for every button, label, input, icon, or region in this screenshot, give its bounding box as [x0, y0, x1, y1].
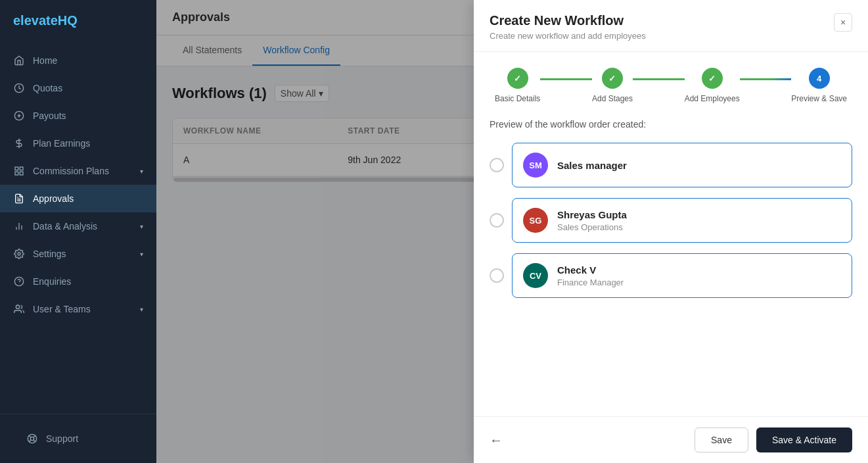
- avatar-0: SM: [523, 153, 548, 178]
- svg-rect-8: [15, 172, 18, 175]
- settings-icon: [13, 248, 25, 260]
- step-label-add-stages: Add Stages: [592, 94, 633, 103]
- sidebar-item-label: Settings: [33, 249, 66, 259]
- modal-title: Create New Workflow: [490, 13, 646, 28]
- step-label-preview-save: Preview & Save: [791, 94, 847, 103]
- workflow-radio-1[interactable]: [490, 213, 504, 228]
- user-teams-icon: [13, 303, 25, 315]
- svg-point-14: [18, 253, 20, 255]
- create-workflow-modal: Create New Workflow Create new workflow …: [474, 0, 868, 463]
- sidebar-item-plan-earnings[interactable]: Plan Earnings: [0, 130, 156, 157]
- commission-plans-icon: [13, 165, 25, 177]
- svg-line-21: [34, 440, 35, 442]
- step-line-2: [633, 78, 685, 80]
- back-button[interactable]: ←: [490, 433, 503, 448]
- chevron-down-icon: ▾: [140, 168, 143, 175]
- sidebar-item-label: Quotas: [33, 83, 62, 93]
- modal-footer: ← Save Save & Activate: [474, 416, 868, 463]
- step-label-basic-details: Basic Details: [495, 94, 540, 103]
- enquiries-icon: [13, 276, 25, 287]
- svg-line-22: [34, 435, 35, 437]
- svg-point-19: [30, 437, 34, 440]
- workflow-card-name-1: Shreyas Gupta: [557, 209, 627, 220]
- sidebar-item-enquiries[interactable]: Enquiries: [0, 268, 156, 295]
- chevron-down-icon: ▾: [140, 223, 143, 230]
- logo-text: elevateHQ: [13, 13, 78, 28]
- close-button[interactable]: ×: [834, 13, 852, 32]
- sidebar-item-label: Home: [33, 55, 57, 66]
- sidebar-nav: Home Quotas Payouts Plan Earnings Commis: [0, 41, 156, 414]
- workflow-card-1: SG Shreyas Gupta Sales Operations: [512, 198, 852, 243]
- sidebar-item-label: Commission Plans: [33, 166, 109, 176]
- sidebar-item-user-teams[interactable]: User & Teams ▾: [0, 295, 156, 323]
- workflow-item-1: SG Shreyas Gupta Sales Operations: [490, 198, 852, 243]
- workflow-card-0: SM Sales manager: [512, 143, 852, 187]
- support-icon: [26, 433, 38, 445]
- svg-line-20: [29, 435, 31, 437]
- sidebar-item-settings[interactable]: Settings ▾: [0, 240, 156, 268]
- sidebar-item-label: Enquiries: [33, 276, 71, 287]
- workflow-item-2: CV Check V Finance Manager: [490, 253, 852, 298]
- workflow-radio-0[interactable]: [490, 158, 504, 172]
- step-circle-add-employees: [702, 68, 723, 89]
- step-circle-preview-save: 4: [809, 68, 830, 89]
- quotas-icon: [13, 82, 25, 94]
- svg-rect-6: [20, 167, 23, 170]
- sidebar-item-label: Data & Analysis: [33, 221, 97, 232]
- workflow-card-role-1: Sales Operations: [557, 222, 627, 232]
- sidebar-item-label: Plan Earnings: [33, 138, 90, 149]
- step-circle-basic-details: [507, 68, 528, 89]
- sidebar-item-support[interactable]: Support: [13, 425, 143, 452]
- svg-rect-5: [15, 167, 18, 170]
- save-activate-button[interactable]: Save & Activate: [756, 427, 852, 452]
- sidebar-item-data-analysis[interactable]: Data & Analysis ▾: [0, 212, 156, 240]
- modal-subtitle: Create new workflow and add employees: [490, 31, 646, 41]
- sidebar-item-commission-plans[interactable]: Commission Plans ▾: [0, 157, 156, 185]
- sidebar: elevateHQ Home Quotas Payouts Plan: [0, 0, 156, 463]
- step-add-employees: Add Employees: [685, 68, 740, 103]
- step-label-add-employees: Add Employees: [685, 94, 740, 103]
- sidebar-item-label: Payouts: [33, 110, 66, 121]
- svg-point-17: [16, 305, 19, 308]
- step-basic-details: Basic Details: [495, 68, 540, 103]
- data-analysis-icon: [13, 220, 25, 232]
- chevron-down-icon: ▾: [140, 306, 143, 313]
- modal-body: Preview of the workflow order created: S…: [474, 114, 868, 416]
- workflow-card-name-0: Sales manager: [557, 160, 627, 171]
- step-line-1: [540, 78, 592, 80]
- svg-line-23: [29, 440, 31, 442]
- plan-earnings-icon: [13, 137, 25, 149]
- sidebar-item-label: User & Teams: [33, 304, 91, 314]
- preview-title: Preview of the workflow order created:: [490, 119, 852, 130]
- approvals-icon: [13, 193, 25, 205]
- workflow-card-role-2: Finance Manager: [557, 278, 624, 287]
- sidebar-item-home[interactable]: Home: [0, 47, 156, 74]
- step-add-stages: Add Stages: [592, 68, 633, 103]
- workflow-card-2: CV Check V Finance Manager: [512, 253, 852, 298]
- workflow-item-0: SM Sales manager: [490, 143, 852, 187]
- workflow-radio-2[interactable]: [490, 268, 504, 283]
- svg-rect-7: [20, 172, 23, 175]
- sidebar-item-quotas[interactable]: Quotas: [0, 74, 156, 102]
- sidebar-footer: Support: [0, 414, 156, 463]
- step-circle-add-stages: [602, 68, 623, 89]
- sidebar-item-label: Approvals: [33, 193, 74, 204]
- modal-header: Create New Workflow Create new workflow …: [474, 0, 868, 52]
- chevron-down-icon: ▾: [140, 251, 143, 258]
- save-button[interactable]: Save: [695, 427, 748, 452]
- workflow-card-name-2: Check V: [557, 264, 624, 276]
- sidebar-item-payouts[interactable]: Payouts: [0, 102, 156, 130]
- workflow-stepper: Basic Details Add Stages Add Employees 4: [474, 52, 868, 114]
- sidebar-item-label: Support: [46, 433, 78, 444]
- payouts-icon: [13, 110, 25, 122]
- step-preview-save: 4 Preview & Save: [791, 68, 847, 103]
- step-line-3: [740, 78, 792, 80]
- sidebar-item-approvals[interactable]: Approvals: [0, 185, 156, 212]
- logo: elevateHQ: [0, 0, 156, 41]
- avatar-1: SG: [523, 208, 548, 233]
- avatar-2: CV: [523, 263, 548, 288]
- home-icon: [13, 55, 25, 66]
